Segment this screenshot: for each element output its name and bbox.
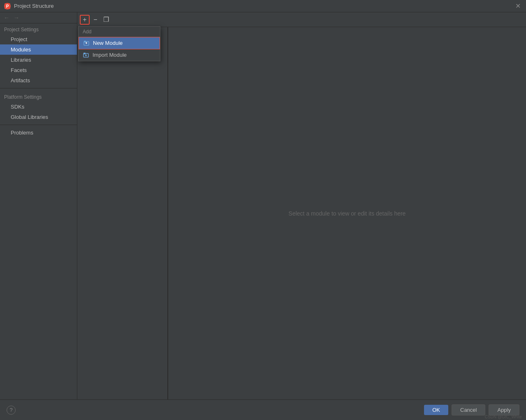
add-button[interactable]: + xyxy=(80,15,90,25)
project-settings-section: Project Settings xyxy=(0,23,77,34)
detail-panel: Select a module to view or edit its deta… xyxy=(168,27,526,399)
app-icon: P xyxy=(4,3,11,9)
import-module-item[interactable]: Import Module xyxy=(79,49,160,61)
sidebar-divider-2 xyxy=(0,125,77,125)
content-area: + Add New Module xyxy=(77,12,526,399)
svg-text:P: P xyxy=(6,4,9,9)
forward-button[interactable]: → xyxy=(12,14,21,21)
title-bar: P Project Structure ✕ xyxy=(0,0,526,12)
new-module-icon xyxy=(83,40,90,46)
select-module-hint: Select a module to view or edit its deta… xyxy=(289,210,406,217)
sidebar-item-artifacts[interactable]: Artifacts xyxy=(0,75,77,86)
content-split: Nothing to show Select a module to view … xyxy=(77,27,526,399)
ok-button[interactable]: OK xyxy=(424,405,448,415)
sidebar-item-modules[interactable]: Modules xyxy=(0,44,77,55)
platform-settings-section: Platform Settings xyxy=(0,91,77,102)
help-button[interactable]: ? xyxy=(7,406,16,415)
main-layout: ← → Project Settings Project Modules Lib… xyxy=(0,12,526,399)
sidebar-item-global-libraries[interactable]: Global Libraries xyxy=(0,112,77,122)
nav-arrows: ← → xyxy=(0,12,77,23)
dropdown-header: Add xyxy=(79,27,160,37)
remove-button[interactable]: − xyxy=(90,15,100,25)
close-button[interactable]: ✕ xyxy=(514,2,522,10)
toolbar: + Add New Module xyxy=(77,12,526,27)
sidebar-item-project[interactable]: Project xyxy=(0,34,77,44)
import-module-label: Import Module xyxy=(93,52,127,58)
sidebar-item-sdks[interactable]: SDKs xyxy=(0,102,77,112)
new-module-label: New Module xyxy=(93,40,123,46)
module-list-panel: Nothing to show xyxy=(77,27,168,399)
sidebar: ← → Project Settings Project Modules Lib… xyxy=(0,12,77,399)
cancel-button[interactable]: Cancel xyxy=(452,404,485,415)
svg-rect-3 xyxy=(84,41,86,42)
sidebar-divider xyxy=(0,88,77,88)
window-title: Project Structure xyxy=(14,3,54,9)
back-button[interactable]: ← xyxy=(2,14,11,21)
new-module-item[interactable]: New Module xyxy=(79,37,160,49)
add-dropdown-container: + Add New Module xyxy=(80,15,90,25)
bottom-right: OK Cancel Apply xyxy=(424,404,519,415)
add-dropdown-menu: Add New Module xyxy=(78,26,160,61)
sidebar-item-libraries[interactable]: Libraries xyxy=(0,55,77,65)
apply-button[interactable]: Apply xyxy=(489,404,519,415)
bottom-bar: ? OK Cancel Apply CSDN @GtC_White xyxy=(0,399,526,420)
copy-button[interactable]: ❐ xyxy=(101,15,111,25)
sidebar-item-problems[interactable]: Problems xyxy=(0,128,77,138)
svg-rect-7 xyxy=(83,53,86,54)
sidebar-item-facets[interactable]: Facets xyxy=(0,65,77,75)
watermark: CSDN @GtC_White xyxy=(485,415,522,419)
import-module-icon xyxy=(83,52,89,58)
bottom-left: ? xyxy=(7,406,16,415)
